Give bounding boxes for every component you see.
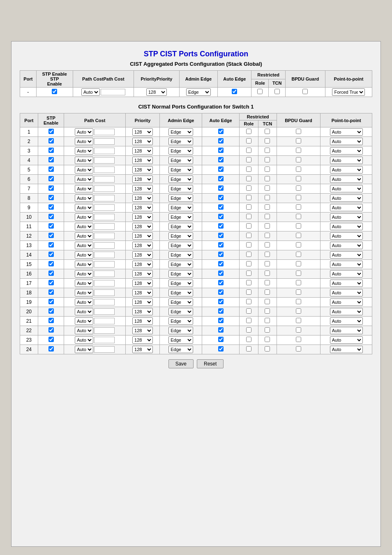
path-cost-select[interactable]: Auto xyxy=(75,289,93,296)
path-cost-select[interactable]: Auto xyxy=(75,213,93,221)
priority-cell[interactable]: 128 xyxy=(125,307,159,317)
bpdu-guard-cell[interactable] xyxy=(277,165,321,175)
path-cost-select[interactable]: Auto xyxy=(75,176,93,183)
path-cost-cell[interactable]: Auto xyxy=(64,146,126,156)
agg-priority[interactable]: 128 xyxy=(134,88,179,97)
restricted-tcn-cell[interactable] xyxy=(258,203,277,213)
stp-enable-cell[interactable] xyxy=(38,184,64,194)
path-cost-cell[interactable]: Auto xyxy=(64,317,126,326)
path-cost-input[interactable] xyxy=(94,299,115,305)
point-select[interactable]: Auto Forced True Forced False xyxy=(330,204,363,211)
restricted-tcn-cell[interactable] xyxy=(258,335,277,345)
auto-edge-cell[interactable] xyxy=(202,184,239,194)
admin-edge-cell[interactable]: Edge Non-Edge xyxy=(160,175,202,184)
priority-select[interactable]: 128 xyxy=(132,223,153,230)
path-cost-input[interactable] xyxy=(94,166,115,173)
admin-edge-select[interactable]: Edge Non-Edge xyxy=(168,213,193,221)
admin-edge-select[interactable]: Edge Non-Edge xyxy=(168,157,193,164)
path-cost-select[interactable]: Auto xyxy=(75,327,93,334)
restricted-role-cell[interactable] xyxy=(239,288,258,298)
priority-cell[interactable]: 128 xyxy=(125,165,159,175)
priority-select[interactable]: 128 xyxy=(132,185,153,192)
restricted-role-cell[interactable] xyxy=(239,260,258,269)
path-cost-cell[interactable]: Auto xyxy=(64,213,126,222)
priority-select[interactable]: 128 xyxy=(132,270,153,278)
restricted-tcn-cell[interactable] xyxy=(258,137,277,146)
path-cost-cell[interactable]: Auto xyxy=(64,222,126,231)
auto-edge-cell[interactable] xyxy=(202,345,239,354)
point-to-point-cell[interactable]: Auto Forced True Forced False xyxy=(321,165,372,175)
restricted-role-cell[interactable] xyxy=(239,345,258,354)
priority-cell[interactable]: 128 xyxy=(125,127,159,137)
point-select[interactable]: Auto Forced True Forced False xyxy=(330,166,363,173)
bpdu-guard-cell[interactable] xyxy=(277,260,321,269)
path-cost-input[interactable] xyxy=(94,195,115,201)
bpdu-guard-cell[interactable] xyxy=(277,222,321,231)
bpdu-guard-cell[interactable] xyxy=(277,307,321,317)
admin-edge-cell[interactable]: Edge Non-Edge xyxy=(160,260,202,269)
admin-edge-cell[interactable]: Edge Non-Edge xyxy=(160,213,202,222)
agg-bpdu-guard[interactable] xyxy=(285,88,325,97)
bpdu-guard-cell[interactable] xyxy=(277,213,321,222)
admin-edge-select[interactable]: Edge Non-Edge xyxy=(168,128,193,136)
point-to-point-cell[interactable]: Auto Forced True Forced False xyxy=(321,250,372,260)
restricted-tcn-cell[interactable] xyxy=(258,156,277,165)
agg-stp-enable[interactable] xyxy=(36,88,73,97)
agg-path-cost[interactable]: Auto xyxy=(73,88,134,97)
admin-edge-cell[interactable]: Edge Non-Edge xyxy=(160,222,202,231)
stp-enable-cell[interactable] xyxy=(38,335,64,345)
auto-edge-cell[interactable] xyxy=(202,335,239,345)
path-cost-select[interactable]: Auto xyxy=(75,242,93,249)
agg-restricted-tcn[interactable] xyxy=(269,88,286,97)
restricted-tcn-cell[interactable] xyxy=(258,260,277,269)
restricted-role-cell[interactable] xyxy=(239,194,258,203)
stp-enable-cell[interactable] xyxy=(38,222,64,231)
stp-enable-cell[interactable] xyxy=(38,165,64,175)
stp-enable-cell[interactable] xyxy=(38,279,64,288)
auto-edge-cell[interactable] xyxy=(202,175,239,184)
point-select[interactable]: Auto Forced True Forced False xyxy=(330,223,363,230)
path-cost-select[interactable]: Auto xyxy=(75,223,93,230)
admin-edge-cell[interactable]: Edge Non-Edge xyxy=(160,194,202,203)
admin-edge-cell[interactable]: Edge Non-Edge xyxy=(160,307,202,317)
agg-restricted-role[interactable] xyxy=(251,88,269,97)
priority-select[interactable]: 128 xyxy=(132,346,153,353)
path-cost-cell[interactable]: Auto xyxy=(64,184,126,194)
point-to-point-cell[interactable]: Auto Forced True Forced False xyxy=(321,317,372,326)
bpdu-guard-cell[interactable] xyxy=(277,326,321,335)
restricted-tcn-cell[interactable] xyxy=(258,345,277,354)
path-cost-cell[interactable]: Auto xyxy=(64,231,126,241)
admin-edge-select[interactable]: Edge Non-Edge xyxy=(168,336,193,344)
point-to-point-cell[interactable]: Auto Forced True Forced False xyxy=(321,194,372,203)
path-cost-input[interactable] xyxy=(94,204,115,211)
restricted-tcn-cell[interactable] xyxy=(258,127,277,137)
point-select[interactable]: Auto Forced True Forced False xyxy=(330,289,363,296)
restricted-tcn-cell[interactable] xyxy=(258,146,277,156)
path-cost-input[interactable] xyxy=(94,280,115,287)
admin-edge-cell[interactable]: Edge Non-Edge xyxy=(160,279,202,288)
path-cost-input[interactable] xyxy=(94,157,115,164)
path-cost-cell[interactable]: Auto xyxy=(64,279,126,288)
auto-edge-cell[interactable] xyxy=(202,298,239,307)
path-cost-cell[interactable]: Auto xyxy=(64,250,126,260)
admin-edge-select[interactable]: Edge Non-Edge xyxy=(168,138,193,145)
path-cost-select[interactable]: Auto xyxy=(75,346,93,353)
admin-edge-cell[interactable]: Edge Non-Edge xyxy=(160,288,202,298)
bpdu-guard-cell[interactable] xyxy=(277,288,321,298)
point-select[interactable]: Auto Forced True Forced False xyxy=(330,327,363,334)
path-cost-cell[interactable]: Auto xyxy=(64,194,126,203)
admin-edge-select[interactable]: Edge Non-Edge xyxy=(168,298,193,306)
point-select[interactable]: Auto Forced True Forced False xyxy=(330,336,363,344)
path-cost-cell[interactable]: Auto xyxy=(64,260,126,269)
bpdu-guard-cell[interactable] xyxy=(277,335,321,345)
auto-edge-cell[interactable] xyxy=(202,165,239,175)
admin-edge-cell[interactable]: Edge Non-Edge xyxy=(160,335,202,345)
bpdu-guard-cell[interactable] xyxy=(277,298,321,307)
path-cost-select[interactable]: Auto xyxy=(75,138,93,145)
priority-cell[interactable]: 128 xyxy=(125,335,159,345)
point-select[interactable]: Auto Forced True Forced False xyxy=(330,147,363,155)
admin-edge-select[interactable]: Edge Non-Edge xyxy=(168,194,193,202)
restricted-role-cell[interactable] xyxy=(239,250,258,260)
stp-enable-cell[interactable] xyxy=(38,241,64,250)
restricted-role-cell[interactable] xyxy=(239,146,258,156)
